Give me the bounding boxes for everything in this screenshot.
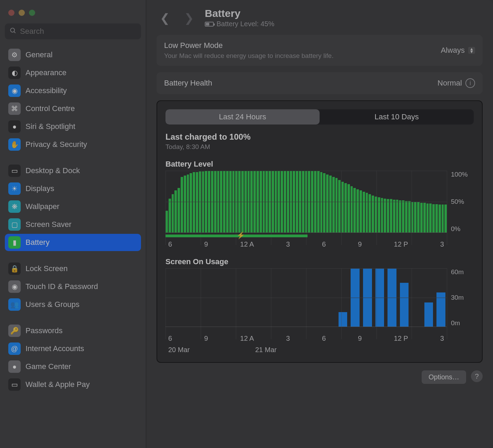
battery-health-row[interactable]: Battery Health Normal i bbox=[157, 72, 483, 94]
battery-bar bbox=[348, 184, 350, 232]
sidebar-item-touch-id-password[interactable]: ◉Touch ID & Password bbox=[5, 278, 141, 295]
battery-bar bbox=[435, 204, 438, 232]
maximize-icon[interactable] bbox=[29, 10, 35, 16]
screen-on-chart: Screen On Usage 6912 A36912 P3 20 Mar 21… bbox=[165, 257, 474, 354]
sidebar-item-label: Game Center bbox=[26, 362, 71, 371]
battery-bar bbox=[393, 200, 395, 232]
sidebar-item-privacy-security[interactable]: ✋Privacy & Security bbox=[5, 136, 141, 153]
battery-bar bbox=[172, 194, 174, 232]
back-button[interactable]: ❮ bbox=[157, 10, 173, 26]
axis-tick: 3 bbox=[440, 335, 444, 342]
low-power-label: Low Power Mode bbox=[164, 41, 333, 50]
sidebar-item-passwords[interactable]: 🔑Passwords bbox=[5, 322, 141, 339]
sidebar-item-label: Displays bbox=[26, 184, 54, 193]
axis-tick: 9 bbox=[204, 335, 208, 342]
sidebar-item-displays[interactable]: ☀Displays bbox=[5, 180, 141, 197]
battery-bar bbox=[190, 173, 192, 232]
battery-bar bbox=[396, 200, 399, 232]
bolt-icon: ⚡ bbox=[237, 231, 245, 239]
sidebar-item-desktop-dock[interactable]: ▭Desktop & Dock bbox=[5, 162, 141, 179]
sidebar-item-screen-saver[interactable]: ▢Screen Saver bbox=[5, 216, 141, 233]
battery-bar bbox=[181, 177, 183, 232]
battery-bar bbox=[420, 203, 423, 232]
battery-bar bbox=[387, 199, 389, 232]
battery-icon bbox=[205, 22, 214, 27]
axis-tick: 3 bbox=[440, 240, 444, 248]
usage-bar bbox=[339, 312, 348, 327]
close-icon[interactable] bbox=[8, 10, 14, 16]
sidebar-item-wallpaper[interactable]: ❋Wallpaper bbox=[5, 198, 141, 215]
chevron-updown-icon: ▲▼ bbox=[468, 47, 475, 54]
axis-tick: 9 bbox=[358, 240, 362, 248]
search-icon bbox=[10, 27, 17, 36]
battery-bar bbox=[353, 188, 356, 232]
sidebar-item-appearance[interactable]: ◐Appearance bbox=[5, 64, 141, 81]
battery-health-label: Battery Health bbox=[164, 79, 212, 88]
battery-bar bbox=[320, 172, 323, 232]
battery-bar bbox=[338, 180, 341, 232]
sidebar-item-label: Wallpaper bbox=[26, 202, 59, 211]
battery-health-value: Normal bbox=[437, 79, 462, 88]
sidebar-item-lock-screen[interactable]: 🔒Lock Screen bbox=[5, 260, 141, 277]
usage-panel: Last 24 Hours Last 10 Days Last charged … bbox=[157, 100, 483, 363]
accessibility-icon: ◉ bbox=[8, 84, 21, 97]
help-button[interactable]: ? bbox=[471, 370, 483, 382]
sidebar-item-battery[interactable]: ▮Battery bbox=[5, 234, 141, 251]
options-button[interactable]: Options… bbox=[422, 370, 466, 384]
battery-bar bbox=[429, 203, 432, 232]
dock-icon: ▭ bbox=[8, 165, 21, 177]
sidebar-item-game-center[interactable]: ●Game Center bbox=[5, 358, 141, 375]
battery-bar bbox=[366, 193, 368, 232]
axis-tick: 0% bbox=[451, 225, 460, 233]
hand-icon: ✋ bbox=[8, 138, 21, 151]
window-controls bbox=[5, 6, 141, 23]
last-charged-title: Last charged to 100% bbox=[165, 132, 474, 142]
sidebar-item-label: Lock Screen bbox=[26, 264, 68, 273]
forward-button[interactable]: ❯ bbox=[181, 10, 197, 26]
sidebar-item-control-centre[interactable]: ⌘Control Centre bbox=[5, 100, 141, 117]
sidebar-item-siri-spotlight[interactable]: ●Siri & Spotlight bbox=[5, 118, 141, 135]
tab-10d[interactable]: Last 10 Days bbox=[320, 109, 474, 125]
at-icon: @ bbox=[8, 342, 21, 355]
battery-level-chart: Battery Level ⚡ 6912 A36912 P3 100%50%0% bbox=[165, 160, 474, 248]
time-range-toggle: Last 24 Hours Last 10 Days bbox=[165, 109, 474, 125]
sidebar-item-label: Wallet & Apple Pay bbox=[26, 380, 90, 389]
low-power-select[interactable]: Always ▲▼ bbox=[441, 46, 475, 55]
sidebar-item-wallet-apple-pay[interactable]: ▭Wallet & Apple Pay bbox=[5, 376, 141, 393]
search-input-wrap[interactable] bbox=[5, 23, 141, 39]
search-input[interactable] bbox=[20, 27, 136, 36]
sidebar-item-users-groups[interactable]: 👥Users & Groups bbox=[5, 296, 141, 313]
axis-tick: 6 bbox=[322, 240, 326, 248]
battery-bar bbox=[402, 200, 404, 232]
battery-bar bbox=[193, 172, 195, 232]
page-subtitle: Battery Level: 45% bbox=[205, 20, 274, 28]
sidebar-item-label: Appearance bbox=[26, 68, 67, 77]
sidebar-item-label: Touch ID & Password bbox=[26, 282, 98, 291]
battery-bar bbox=[187, 175, 189, 232]
sidebar-item-general[interactable]: ⚙General bbox=[5, 46, 141, 63]
sidebar-item-accessibility[interactable]: ◉Accessibility bbox=[5, 82, 141, 99]
minimize-icon[interactable] bbox=[19, 10, 25, 16]
last-charged-time: Today, 8:30 AM bbox=[165, 143, 474, 151]
battery-icon: ▮ bbox=[8, 236, 21, 249]
wallpaper-icon: ❋ bbox=[8, 200, 21, 213]
battery-bar bbox=[432, 204, 435, 232]
battery-bar bbox=[390, 199, 392, 232]
screensaver-icon: ▢ bbox=[8, 218, 21, 231]
lock-icon: 🔒 bbox=[8, 262, 21, 275]
sidebar-item-label: Internet Accounts bbox=[26, 344, 84, 353]
battery-bar bbox=[323, 173, 325, 232]
sidebar-item-internet-accounts[interactable]: @Internet Accounts bbox=[5, 340, 141, 357]
battery-bar bbox=[178, 188, 180, 232]
battery-bar bbox=[369, 194, 371, 232]
battery-bar bbox=[381, 198, 383, 232]
gear-icon: ⚙ bbox=[8, 49, 21, 61]
battery-bar bbox=[417, 202, 420, 232]
sidebar-item-label: Battery bbox=[26, 238, 50, 247]
sidebar-item-label: Privacy & Security bbox=[26, 140, 87, 149]
tab-24h[interactable]: Last 24 Hours bbox=[165, 109, 320, 125]
info-icon[interactable]: i bbox=[465, 78, 475, 88]
sidebar-item-label: Users & Groups bbox=[26, 300, 80, 309]
battery-bar bbox=[184, 176, 186, 232]
date-2: 21 Mar bbox=[255, 346, 276, 354]
